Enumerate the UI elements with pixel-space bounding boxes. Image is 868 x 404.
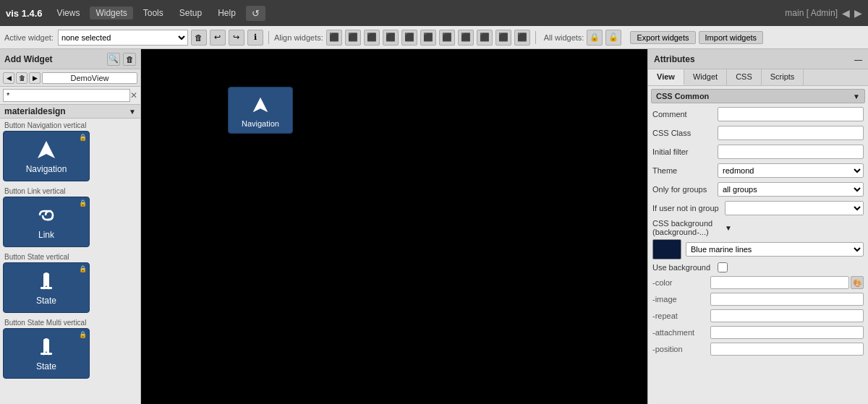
initial-filter-input[interactable] — [718, 145, 864, 159]
nav-next-btn[interactable]: ▶ — [29, 72, 41, 84]
size-wh-btn[interactable]: ⬛ — [514, 30, 530, 46]
category-arrow-icon[interactable]: ▼ — [129, 108, 136, 116]
nav-prev-btn[interactable]: ◀ — [3, 72, 14, 84]
color-swatch[interactable] — [652, 239, 681, 259]
align-left-btn[interactable]: ⬛ — [326, 30, 342, 46]
widget-item-label-state-multi: Button State Multi vertical — [3, 319, 137, 327]
image-field-input[interactable] — [710, 293, 864, 306]
size-w-btn[interactable]: ⬛ — [477, 30, 493, 46]
css-bg-collapse-icon[interactable]: ▼ — [725, 224, 732, 232]
unlock-all-btn[interactable]: 🔓 — [605, 30, 621, 46]
tab-css[interactable]: CSS — [727, 69, 762, 85]
widget-label-state: State — [36, 296, 56, 306]
search-widget-btn[interactable]: 🔍 — [107, 53, 120, 66]
tab-view[interactable]: View — [648, 69, 684, 85]
lock-overlay-icon-state: 🔒 — [79, 265, 87, 272]
widget-search-input[interactable] — [3, 89, 130, 102]
color-field-row: -color 🎨 — [651, 275, 865, 290]
menu-item-help[interactable]: Help — [212, 7, 242, 20]
view-name-label: DemoView — [42, 72, 137, 84]
color-swatch-row: Blue marine lines — [651, 239, 865, 259]
only-for-groups-label: Only for groups — [652, 185, 718, 194]
attachment-field-input[interactable] — [710, 326, 864, 339]
align-right-btn[interactable]: ⬛ — [364, 30, 380, 46]
comment-input[interactable] — [718, 107, 864, 121]
delete-widget-btn[interactable]: 🗑 — [191, 30, 207, 46]
export-widgets-btn[interactable]: Export widgets — [630, 31, 695, 44]
undo-widget-btn[interactable]: ↩ — [210, 30, 226, 46]
nav-del-btn[interactable]: 🗑 — [16, 72, 27, 84]
color-field-input[interactable] — [710, 276, 849, 289]
size-h-btn[interactable]: ⬛ — [495, 30, 511, 46]
widget-item-label-state: Button State vertical — [3, 253, 137, 261]
undo-button[interactable]: ↺ — [246, 6, 265, 21]
use-background-row: Use background — [651, 262, 865, 272]
color-name-select[interactable]: Blue marine lines — [686, 242, 864, 257]
tab-scripts[interactable]: Scripts — [762, 69, 804, 85]
color-field-label: -color — [652, 278, 710, 287]
css-class-input[interactable] — [718, 126, 864, 140]
redo-widget-btn[interactable]: ↪ — [229, 30, 244, 46]
search-clear-btn[interactable]: ✕ — [130, 90, 137, 100]
align-top-btn[interactable]: ⬛ — [383, 30, 399, 46]
widget-card-link[interactable]: 🔒 Link — [3, 197, 90, 247]
menu-item-setup[interactable]: Setup — [174, 7, 208, 20]
comment-label: Comment — [652, 110, 718, 119]
attachment-field-row: -attachment — [651, 325, 865, 340]
css-class-row: CSS Class — [651, 125, 865, 141]
if-user-not-label: If user not in group — [652, 204, 725, 212]
only-for-groups-select[interactable]: all groups — [718, 182, 864, 197]
css-bg-row: CSS background (background-...) ▼ — [651, 219, 865, 236]
initial-filter-label: Initial filter — [652, 147, 718, 156]
menu-item-views[interactable]: Views — [51, 7, 86, 20]
align-middle-btn[interactable]: ⬛ — [401, 30, 417, 46]
position-field-input[interactable] — [710, 343, 864, 356]
widget-item-label-nav: Button Navigation vertical — [3, 121, 137, 129]
all-widgets-label: All widgets: — [544, 33, 584, 42]
app-title: vis 1.4.6 — [6, 8, 43, 19]
menu-item-widgets[interactable]: Widgets — [90, 7, 132, 20]
use-background-label: Use background — [652, 263, 718, 272]
nav-forward-icon: ▶ — [854, 7, 862, 19]
position-field-row: -position — [651, 342, 865, 356]
theme-select[interactable]: redmond none dark — [718, 163, 864, 178]
clear-widget-btn[interactable]: 🗑 — [123, 53, 136, 66]
import-widgets-btn[interactable]: Import widgets — [699, 31, 764, 44]
repeat-field-input[interactable] — [710, 309, 864, 322]
collapse-attr-btn[interactable]: — — [854, 55, 862, 64]
link-icon — [35, 204, 58, 227]
list-item: Button State Multi vertical 🔒 State — [3, 319, 137, 379]
dist-v-btn[interactable]: ⬛ — [458, 30, 474, 46]
canvas-area[interactable]: Navigation — [141, 49, 647, 404]
main-label: main [ Admin] — [785, 8, 838, 18]
list-item: Button Navigation vertical 🔒 Navigation — [3, 121, 137, 181]
widget-label-link: Link — [38, 230, 54, 240]
align-center-btn[interactable]: ⬛ — [345, 30, 361, 46]
svg-marker-0 — [38, 141, 55, 158]
if-user-not-row: If user not in group — [651, 200, 865, 216]
if-user-not-select[interactable] — [725, 201, 864, 215]
css-common-section: CSS Common ▼ — [651, 89, 865, 103]
css-bg-label: CSS background (background-...) — [652, 219, 725, 236]
widget-label-nav: Navigation — [26, 164, 67, 174]
repeat-field-row: -repeat — [651, 309, 865, 323]
svg-rect-1 — [41, 287, 52, 289]
widget-card-state-multi[interactable]: 🔒 State — [3, 328, 90, 379]
lock-all-btn[interactable]: 🔒 — [587, 30, 603, 46]
info-widget-btn[interactable]: ℹ — [247, 30, 263, 46]
align-bottom-btn[interactable]: ⬛ — [420, 30, 436, 46]
svg-rect-2 — [41, 353, 52, 355]
use-background-checkbox[interactable] — [718, 262, 728, 272]
dist-h-btn[interactable]: ⬛ — [439, 30, 455, 46]
placed-widget[interactable]: Navigation — [228, 87, 293, 134]
color-pick-btn[interactable]: 🎨 — [851, 276, 864, 289]
tab-widget[interactable]: Widget — [684, 69, 727, 85]
menu-item-tools[interactable]: Tools — [137, 7, 169, 20]
category-label: materialdesign — [4, 106, 129, 116]
widget-card-placed[interactable]: Navigation — [228, 87, 293, 134]
widget-card-state[interactable]: 🔒 State — [3, 262, 90, 313]
widget-card-nav[interactable]: 🔒 Navigation — [3, 131, 90, 181]
section-collapse-icon[interactable]: ▼ — [853, 93, 860, 100]
repeat-field-label: -repeat — [652, 311, 710, 320]
active-widget-select[interactable]: none selected — [58, 30, 188, 46]
